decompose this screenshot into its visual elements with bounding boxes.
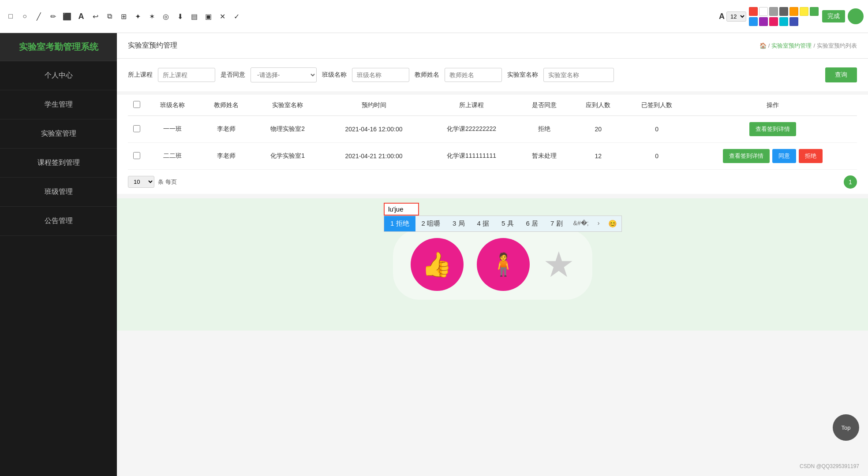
sidebar-item-notice[interactable]: 公告管理 — [0, 207, 117, 236]
current-page-badge[interactable]: 1 — [844, 175, 857, 189]
done-button[interactable]: 完成 — [822, 10, 845, 22]
close-tool[interactable]: ✕ — [216, 10, 228, 22]
grid-tool[interactable]: ⊞ — [117, 10, 130, 22]
color-blue[interactable] — [749, 17, 758, 26]
doc-tool[interactable]: ▣ — [202, 10, 214, 22]
download-tool[interactable]: ⬇ — [174, 10, 186, 22]
filter-agreed-select[interactable]: -请选择- 同意 拒绝 暂未处理 — [251, 67, 317, 82]
ime-candidate-6[interactable]: 6 居 — [520, 216, 545, 231]
ime-candidate-4[interactable]: 4 据 — [471, 216, 496, 231]
color-orange[interactable] — [789, 7, 798, 16]
agree-btn[interactable]: 同意 — [772, 149, 796, 163]
line-tool[interactable]: ╱ — [33, 10, 45, 22]
font-size-select[interactable]: 128101416 — [726, 11, 746, 22]
search-button[interactable]: 查询 — [825, 67, 857, 82]
reject-btn[interactable]: 拒绝 — [799, 149, 823, 163]
color-darkgray[interactable] — [779, 7, 788, 16]
row-labname: 化学实验室1 — [253, 143, 322, 170]
color-purple[interactable] — [759, 17, 768, 26]
rect-tool[interactable]: □ — [4, 10, 17, 22]
copy-tool[interactable]: ⧉ — [103, 10, 116, 22]
row-labname: 物理实验室2 — [253, 116, 322, 143]
col-bookingtime: 预约时间 — [322, 95, 426, 116]
color-red[interactable] — [749, 7, 758, 16]
cursor-tool[interactable]: ✦ — [131, 10, 144, 22]
per-page-select[interactable]: 10 20 50 100 — [128, 176, 154, 188]
row-course: 化学课111111111 — [426, 143, 517, 170]
row-checkbox[interactable] — [133, 125, 140, 132]
breadcrumb: 🏠 / 实验室预约管理 / 实验室预约列表 — [760, 42, 857, 50]
color-green[interactable] — [810, 7, 819, 16]
view-checkin-btn[interactable]: 查看签到详情 — [723, 149, 770, 163]
breadcrumb-sep2: / — [813, 42, 815, 49]
font-size-row: A 128101416 — [719, 11, 746, 22]
page-title: 实验室预约管理 — [128, 41, 177, 50]
row-expected: 20 — [571, 116, 625, 143]
col-expected: 应到人数 — [571, 95, 625, 116]
row-bookingtime: 2021-04-16 12:00:00 — [322, 116, 426, 143]
ime-candidate-7[interactable]: 7 剧 — [544, 216, 569, 231]
ime-candidate-3[interactable]: 3 局 — [446, 216, 471, 231]
sidebar-item-lab[interactable]: 实验室管理 — [0, 119, 117, 149]
sidebar-item-class[interactable]: 班级管理 — [0, 178, 117, 207]
ime-emoji[interactable]: 😊 — [604, 216, 621, 231]
check-tool[interactable]: ✓ — [230, 10, 243, 22]
ime-input[interactable] — [384, 203, 419, 216]
ime-candidate-5[interactable]: 5 具 — [495, 216, 520, 231]
csdn-watermark: CSDN @QQ3295391197 — [800, 463, 859, 469]
row-actions: 查看签到详情同意拒绝 — [688, 143, 857, 170]
row-actions: 查看签到详情 — [688, 116, 857, 143]
color-yellow[interactable] — [800, 7, 808, 16]
breadcrumb-level2: 实验室预约列表 — [817, 42, 857, 50]
sidebar-item-student[interactable]: 学生管理 — [0, 90, 117, 119]
color-palette — [749, 7, 819, 26]
col-signed: 已签到人数 — [625, 95, 688, 116]
main-wrapper: 实验室考勤管理系统 个人中心 学生管理 实验室管理 课程签到管理 班级管理 公告… — [0, 33, 868, 476]
filter-classname-input[interactable] — [352, 68, 409, 82]
color-white[interactable] — [759, 7, 768, 16]
data-table: 班级名称 教师姓名 实验室名称 预约时间 所上课程 是否同意 应到人数 已签到人… — [128, 95, 857, 170]
filter-course-input[interactable] — [158, 68, 215, 82]
color-cyan[interactable] — [779, 17, 788, 26]
sidebar-title: 实验室考勤管理系统 — [0, 33, 117, 61]
color-pink[interactable] — [769, 17, 778, 26]
col-course: 所上课程 — [426, 95, 517, 116]
row-bookingtime: 2021-04-21 21:00:00 — [322, 143, 426, 170]
undo-tool[interactable]: ↩ — [89, 10, 101, 22]
select-all-checkbox[interactable] — [133, 101, 140, 108]
content-area: 实验室预约管理 🏠 / 实验室预约管理 / 实验室预约列表 所上课程 是否同意 … — [117, 33, 868, 476]
filter-teacher-input[interactable] — [445, 68, 502, 82]
calendar-tool[interactable]: ▤ — [188, 10, 200, 22]
fill-tool[interactable]: ⬛ — [61, 10, 73, 22]
user-avatar — [848, 8, 864, 24]
crosshair-tool[interactable]: ✶ — [146, 10, 158, 22]
ime-candidate-1[interactable]: 1 拒绝 — [384, 216, 415, 231]
sidebar-item-personal[interactable]: 个人中心 — [0, 61, 117, 90]
target-tool[interactable]: ◎ — [160, 10, 172, 22]
sidebar-item-checkin[interactable]: 课程签到管理 — [0, 149, 117, 178]
thumbs-up-icon: 👍 — [411, 238, 464, 291]
top-button[interactable]: Top — [833, 414, 859, 441]
breadcrumb-level1[interactable]: 实验室预约管理 — [771, 42, 812, 50]
person-icon: 🧍 — [477, 238, 530, 291]
annotation-toolbar: □ ○ ╱ ✏ ⬛ A ↩ ⧉ ⊞ ✦ ✶ ◎ ⬇ ▤ ▣ ✕ ✓ A 1281… — [0, 0, 868, 33]
ime-prev[interactable]: &#�; — [569, 216, 593, 231]
icons-row: 👍 🧍 ★ — [393, 229, 592, 300]
color-gray[interactable] — [769, 7, 778, 16]
pen-tool[interactable]: ✏ — [47, 10, 59, 22]
view-checkin-btn[interactable]: 查看签到详情 — [749, 122, 796, 136]
filter-labname-input[interactable] — [543, 68, 614, 82]
row-checkbox[interactable] — [133, 152, 140, 159]
ime-next[interactable]: › — [593, 216, 604, 231]
filter-course-label: 所上课程 — [128, 71, 153, 79]
circle-tool[interactable]: ○ — [19, 10, 31, 22]
table-body: 一一班 李老师 物理实验室2 2021-04-16 12:00:00 化学课22… — [128, 116, 857, 170]
row-course: 化学课222222222 — [426, 116, 517, 143]
text-tool-A[interactable]: A — [75, 10, 87, 22]
table-row: 一一班 李老师 物理实验室2 2021-04-16 12:00:00 化学课22… — [128, 116, 857, 143]
ime-candidate-2[interactable]: 2 咀嚼 — [415, 216, 447, 231]
color-indigo[interactable] — [789, 17, 798, 26]
table-wrapper: 班级名称 教师姓名 实验室名称 预约时间 所上课程 是否同意 应到人数 已签到人… — [117, 95, 868, 170]
breadcrumb-home-icon[interactable]: 🏠 — [760, 42, 767, 49]
table-section: 班级名称 教师姓名 实验室名称 预约时间 所上课程 是否同意 应到人数 已签到人… — [117, 95, 868, 194]
